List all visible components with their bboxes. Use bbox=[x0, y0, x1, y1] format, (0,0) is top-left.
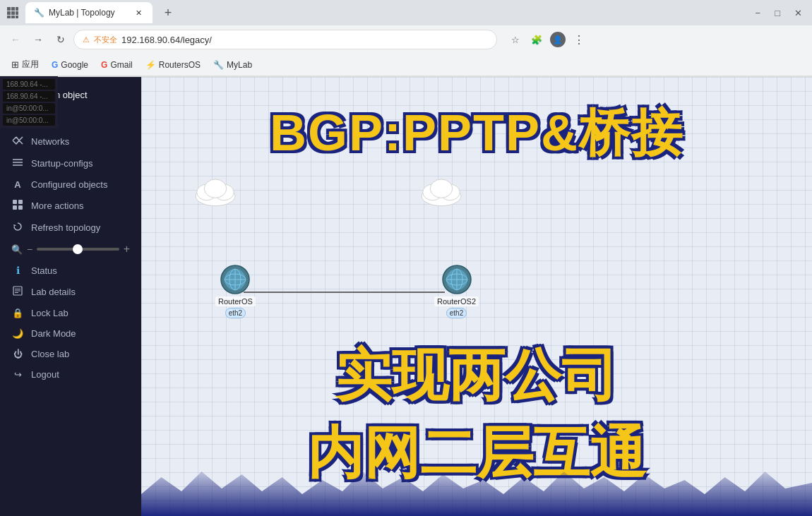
bookmark-apps[interactable]: ⊞ 应用 bbox=[6, 56, 44, 73]
router-1-label: RouterOS bbox=[215, 296, 256, 306]
close-window-button[interactable]: ✕ bbox=[790, 6, 806, 20]
sidebar-item-refresh-topology[interactable]: Refresh topology bbox=[0, 217, 141, 239]
router-node-2[interactable]: RouterOS2 eth2 bbox=[434, 264, 479, 318]
svg-point-25 bbox=[204, 179, 227, 198]
svg-rect-14 bbox=[13, 200, 17, 204]
svg-rect-0 bbox=[7, 7, 11, 11]
back-button[interactable]: ← bbox=[6, 30, 25, 49]
sidebar-item-more-actions[interactable]: More actions bbox=[0, 195, 141, 217]
prev-tab-4[interactable]: in@50:00:0... bbox=[3, 115, 55, 126]
router-icon-2 bbox=[441, 264, 472, 295]
tab-title: MyLab | Topology bbox=[49, 8, 115, 18]
security-icon: ⚠ bbox=[83, 35, 90, 44]
close-lab-icon: ⏻ bbox=[11, 349, 24, 359]
sidebar-item-startup-configs[interactable]: Startup-configs bbox=[0, 152, 141, 174]
lab-details-icon bbox=[11, 286, 24, 298]
sidebar-item-close-lab[interactable]: ⏻ Close lab bbox=[0, 344, 141, 364]
svg-rect-1 bbox=[11, 7, 15, 11]
prev-tab-2[interactable]: 168.90.64 -... bbox=[3, 91, 55, 102]
sidebar-item-networks[interactable]: Networks bbox=[0, 131, 141, 152]
svg-rect-3 bbox=[7, 11, 11, 15]
lock-lab-label: Lock Lab bbox=[31, 308, 68, 318]
logout-label: Logout bbox=[31, 369, 59, 380]
cloud-left bbox=[191, 176, 240, 208]
google-label: Google bbox=[61, 60, 88, 70]
svg-rect-6 bbox=[7, 16, 11, 18]
new-tab-button[interactable]: + bbox=[158, 3, 178, 23]
bookmark-routeros[interactable]: ⚡ RoutersOS bbox=[140, 58, 206, 72]
networks-icon bbox=[11, 136, 24, 148]
topology-canvas[interactable]: RouterOS eth2 RouterOS2 eth2 BGP:PPTP&桥接 bbox=[141, 77, 812, 516]
zoom-plus-icon[interactable]: + bbox=[124, 243, 130, 256]
refresh-topology-label: Refresh topology bbox=[31, 222, 100, 233]
sidebar-item-logout[interactable]: ↪ Logout bbox=[0, 364, 141, 385]
svg-rect-15 bbox=[18, 200, 23, 204]
forward-button[interactable]: → bbox=[28, 30, 48, 49]
zoom-thumb[interactable] bbox=[73, 244, 83, 254]
refresh-icon bbox=[11, 222, 24, 234]
mylab-label: MyLab bbox=[227, 60, 252, 70]
sidebar-item-lab-details[interactable]: Lab details bbox=[0, 281, 141, 303]
minimize-button[interactable]: − bbox=[751, 6, 765, 20]
apps-icon: ⊞ bbox=[11, 59, 19, 70]
tab-close-btn[interactable]: ✕ bbox=[133, 7, 144, 18]
google-icon: G bbox=[52, 60, 58, 70]
gmail-label: Gmail bbox=[110, 60, 132, 70]
active-tab[interactable]: 🔧 MyLab | Topology ✕ bbox=[25, 2, 153, 23]
sidebar-item-configured-objects[interactable]: A Configured objects bbox=[0, 174, 141, 195]
routeros-label: RoutersOS bbox=[159, 60, 201, 70]
title-bar: 🔧 MyLab | Topology ✕ + − □ ✕ bbox=[0, 0, 812, 25]
maximize-button[interactable]: □ bbox=[770, 6, 784, 20]
router-2-badge: eth2 bbox=[446, 308, 467, 318]
router-2-label: RouterOS2 bbox=[434, 296, 479, 306]
svg-rect-2 bbox=[16, 7, 18, 11]
more-actions-icon bbox=[11, 200, 24, 212]
profile-btn[interactable]: 👤 bbox=[548, 30, 568, 49]
startup-icon bbox=[11, 157, 24, 169]
sidebar-item-lock-lab[interactable]: 🔒 Lock Lab bbox=[0, 303, 141, 323]
router-icon-1 bbox=[220, 264, 251, 295]
address-bar[interactable]: ⚠ 不安全 192.168.90.64/legacy/ bbox=[73, 30, 497, 49]
bookmark-page-btn[interactable]: ☆ bbox=[506, 30, 525, 49]
browser-tab-stack: 168.90.64 -... 168.90.64 -... in@50:00:0… bbox=[0, 76, 58, 128]
zoom-slider[interactable] bbox=[37, 248, 119, 251]
prev-tab-3[interactable]: in@50:00:0... bbox=[3, 103, 55, 114]
reload-button[interactable]: ↻ bbox=[51, 30, 71, 49]
sidebar: + Add an object Nodes Networks Startup-c… bbox=[0, 77, 141, 516]
prev-tab-1[interactable]: 168.90.64 -... bbox=[3, 79, 55, 90]
svg-rect-4 bbox=[11, 11, 15, 15]
browser-chrome: 🔧 MyLab | Topology ✕ + − □ ✕ ← → ↻ ⚠ 不安全… bbox=[0, 0, 812, 77]
sidebar-item-status[interactable]: ℹ Status bbox=[0, 260, 141, 281]
bookmark-mylab[interactable]: 🔧 MyLab bbox=[208, 58, 258, 72]
routeros-icon: ⚡ bbox=[145, 60, 156, 70]
lab-details-label: Lab details bbox=[31, 287, 76, 297]
zoom-minus[interactable]: − bbox=[27, 244, 32, 255]
extension-puzzle-btn[interactable]: 🧩 bbox=[527, 30, 547, 49]
status-icon: ℹ bbox=[11, 265, 24, 276]
dark-mode-label: Dark Mode bbox=[31, 328, 76, 339]
bookmark-google[interactable]: G Google bbox=[46, 58, 94, 72]
window-controls: − □ ✕ bbox=[751, 6, 806, 20]
more-options-btn[interactable]: ⋮ bbox=[569, 30, 589, 49]
browser-grid-icon bbox=[6, 6, 20, 20]
router-1-badge: eth2 bbox=[225, 308, 246, 318]
svg-rect-7 bbox=[11, 16, 15, 18]
router-node-1[interactable]: RouterOS eth2 bbox=[215, 264, 256, 318]
tab-favicon: 🔧 bbox=[34, 8, 44, 18]
cloud-right bbox=[417, 176, 466, 208]
logout-icon: ↪ bbox=[11, 369, 24, 380]
zoom-out-icon[interactable]: 🔍 bbox=[11, 244, 23, 255]
startup-configs-label: Startup-configs bbox=[31, 158, 92, 169]
zoom-control: 🔍 − + bbox=[0, 239, 141, 260]
apps-label: 应用 bbox=[22, 59, 39, 71]
topology-subtitle2: 内网二层互通 bbox=[155, 416, 798, 492]
sidebar-item-dark-mode[interactable]: 🌙 Dark Mode bbox=[0, 323, 141, 344]
svg-rect-8 bbox=[16, 16, 18, 18]
gmail-icon: G bbox=[101, 60, 107, 70]
url-text: 192.168.90.64/legacy/ bbox=[121, 35, 212, 45]
bookmark-gmail[interactable]: G Gmail bbox=[95, 58, 138, 72]
topology-title: BGP:PPTP&桥接 bbox=[155, 105, 798, 161]
nav-right-icons: ☆ 🧩 👤 ⋮ bbox=[506, 30, 589, 49]
svg-point-29 bbox=[430, 179, 453, 198]
more-actions-label: More actions bbox=[31, 200, 83, 211]
